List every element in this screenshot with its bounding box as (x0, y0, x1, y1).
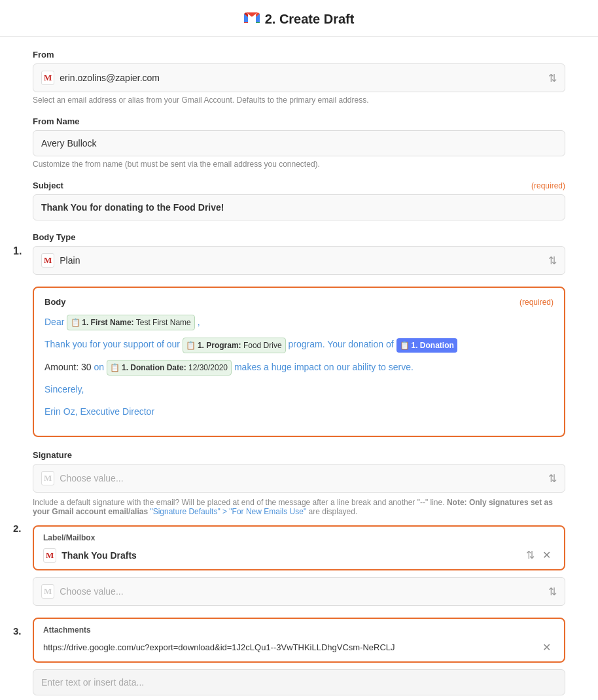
from-name-section: From Name Avery Bullock Customize the fr… (33, 116, 565, 169)
body-amount-text: Amount: 30 (44, 362, 92, 372)
token-icon: 📋 (71, 318, 80, 327)
body-program-text: program. Your donation of (289, 339, 394, 349)
attachments-container: Attachments https://drive.google.com/uc?… (33, 618, 565, 663)
signature-input[interactable]: M Choose value... ⇅ (33, 464, 565, 493)
body-director-text: Erin Oz, Executive Director (44, 406, 154, 417)
body-line-2: Thank you for your support of our 📋 1. P… (44, 337, 554, 353)
signature-gmail-icon: M (41, 471, 54, 485)
body-required: (required) (519, 298, 554, 307)
body-sincerely-text: Sincerely, (44, 384, 84, 394)
from-label: From (33, 50, 565, 60)
label-mailbox-gmail-icon: M (43, 548, 56, 563)
subject-section: Subject (required) Thank You for donatin… (33, 181, 565, 220)
from-name-label: From Name (33, 116, 565, 126)
signature-defaults-link[interactable]: "Signature Defaults" > "For New Emails U… (150, 507, 306, 516)
signature-section: Signature M Choose value... ⇅ Include a … (33, 450, 565, 606)
body-type-label: Body Type (33, 232, 565, 242)
from-name-hint: Customize the from name (but must be sen… (33, 160, 565, 169)
label-mailbox-left: M Thank You Drafts (43, 548, 137, 563)
step-2-number: 2. (13, 523, 22, 534)
body-dear: Dear (44, 317, 64, 327)
subject-value: Thank You for donating to the Food Drive… (41, 202, 224, 213)
body-field-container: Body (required) Dear 📋 1. First Name: Te… (33, 287, 565, 437)
svg-rect-1 (256, 22, 260, 23)
label-mailbox-value-row: M Thank You Drafts ⇅ ✕ (43, 548, 555, 563)
attachments-header: Attachments (43, 625, 555, 635)
body-type-input[interactable]: M Plain ⇅ (33, 246, 565, 275)
step-3-number: 3. (13, 625, 22, 637)
from-chevron-icon: ⇅ (548, 72, 557, 84)
body-line-1: Dear 📋 1. First Name: Test First Name , (44, 315, 554, 330)
body-field-header: Body (required) (44, 297, 554, 307)
label-mailbox-second-input[interactable]: M Choose value... ⇅ (33, 577, 565, 606)
body-support-text: Thank you for your support of our (44, 339, 180, 349)
label-mailbox-chevron-icon: ⇅ (526, 549, 535, 561)
step-1-number: 1. (13, 245, 22, 257)
from-value: erin.ozolins@zapier.com (60, 73, 160, 83)
body-impact-text: makes a huge impact on our ability to se… (234, 362, 413, 372)
body-sincerely: Sincerely, (44, 382, 554, 398)
attachments-text-input[interactable]: Enter text or insert data... (33, 669, 565, 695)
signature-label: Signature (33, 450, 565, 460)
first-name-token[interactable]: 📋 1. First Name: Test First Name (67, 315, 195, 330)
label-second-gmail-icon: M (41, 584, 54, 599)
donation-date-icon: 📋 (111, 363, 120, 372)
from-input[interactable]: M erin.ozolins@zapier.com ⇅ (33, 63, 565, 92)
signature-chevron-icon: ⇅ (548, 472, 557, 485)
signature-wrapper: 2. Signature M Choose value... ⇅ Include… (33, 450, 565, 606)
attachments-wrapper: 3. Attachments https://drive.google.com/… (33, 618, 565, 700)
body-signature-line: Erin Oz, Executive Director (44, 404, 554, 420)
attachments-placeholder: Enter text or insert data... (41, 677, 144, 688)
signature-hint: Include a default signature with the ema… (33, 498, 565, 516)
label-mailbox-remove-button[interactable]: ✕ (538, 548, 555, 563)
page-header: 2. Create Draft (0, 0, 598, 37)
body-type-gmail-icon: M (41, 253, 54, 268)
subject-input[interactable]: Thank You for donating to the Food Drive… (33, 194, 565, 220)
body-type-chevron-icon: ⇅ (548, 254, 557, 267)
body-content[interactable]: Dear 📋 1. First Name: Test First Name , … (44, 315, 554, 420)
label-mailbox-value-text: Thank You Drafts (62, 550, 137, 561)
page-title: 2. Create Draft (265, 12, 355, 27)
label-second-placeholder: Choose value... (60, 586, 123, 597)
label-mailbox-container: Label/Mailbox M Thank You Drafts ⇅ ✕ (33, 525, 565, 570)
body-line-3: Amount: 30 on 📋 1. Donation Date: 12/30/… (44, 360, 554, 376)
label-second-chevron-icon: ⇅ (548, 586, 557, 598)
from-name-value: Avery Bullock (41, 138, 97, 149)
body-type-section: 1. Body Type M Plain ⇅ Body (required) (33, 232, 565, 437)
body-comma: , (198, 317, 200, 327)
svg-rect-0 (244, 22, 248, 23)
attachment-url-text: https://drive.google.com/uc?export=downl… (43, 642, 395, 652)
donation-date-token[interactable]: 📋 1. Donation Date: 12/30/2020 (107, 360, 232, 376)
attachment-value-row: https://drive.google.com/uc?export=downl… (43, 640, 555, 655)
body-on-text: on (94, 362, 105, 372)
attachment-remove-button[interactable]: ✕ (538, 640, 555, 655)
from-name-input[interactable]: Avery Bullock (33, 130, 565, 156)
subject-label: Subject (required) (33, 181, 565, 190)
main-container: From M erin.ozolins@zapier.com ⇅ Select … (0, 37, 598, 700)
donation-token-icon: 📋 (400, 339, 410, 352)
label-mailbox-header: Label/Mailbox (43, 533, 555, 542)
from-gmail-icon: M (41, 71, 54, 85)
from-hint: Select an email address or alias from yo… (33, 96, 565, 105)
from-section: From M erin.ozolins@zapier.com ⇅ Select … (33, 50, 565, 105)
subject-required: (required) (531, 181, 565, 190)
body-type-value: Plain (60, 255, 80, 266)
body-label: Body (44, 297, 66, 307)
donation-token[interactable]: 📋 1. Donation (396, 338, 457, 353)
signature-placeholder: Choose value... (60, 473, 123, 483)
program-token[interactable]: 📋 1. Program: Food Drive (183, 338, 286, 353)
gmail-header-icon (244, 12, 260, 26)
body-section: Body (required) Dear 📋 1. First Name: Te… (33, 287, 565, 437)
body-type-field: Body Type M Plain ⇅ (33, 232, 565, 275)
program-token-icon: 📋 (186, 341, 196, 350)
